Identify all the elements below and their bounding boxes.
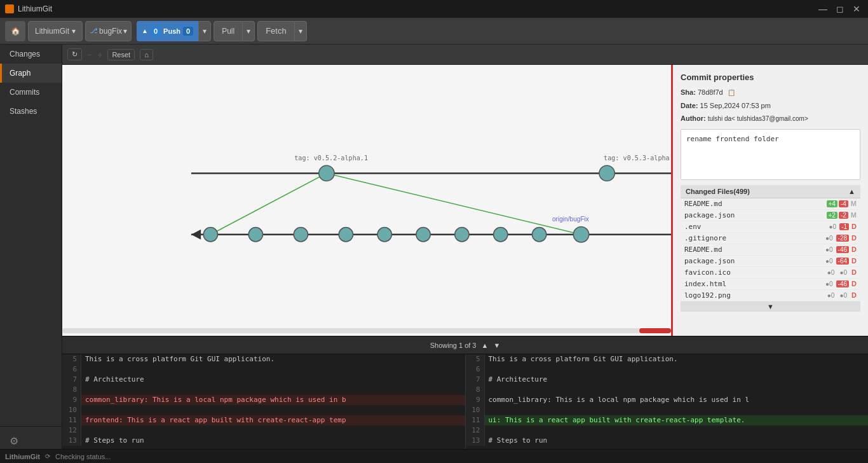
branch-selector[interactable]: ⎇ bugFix ▾ [85,21,132,41]
changed-files-section: Changed Files(499) ▲ README.md +4 -4 M p… [681,185,860,312]
fetch-button[interactable]: Fetch [257,21,295,41]
main-layout: Changes Graph Commits Stashes ⚙ LithiumG… [0,45,868,463]
maximize-button[interactable]: ◻ [834,4,846,14]
date-value: 15 Sep,2024 07:53 pm [700,102,771,109]
svg-line-2 [210,173,327,234]
sidebar-item-changes[interactable]: Changes [0,45,62,64]
separator2: + [97,50,102,60]
sidebar-item-graph[interactable]: Graph [0,64,62,83]
fetch-label: Fetch [266,26,287,36]
diff-line: 13 # Steps to run [62,436,465,446]
diff-line: 8 [62,385,465,395]
sidebar-changes-label: Changes [10,50,40,59]
diff-area: Showing 1 of 3 ▲ ▼ 5 This is a cross pla… [62,336,868,463]
copy-sha-icon[interactable]: 📋 [728,89,735,96]
date-label: Date: [681,102,698,109]
status-spinner: ⟳ [45,453,50,460]
file-item[interactable]: package.json +2 -2 M [681,210,860,221]
refresh-button[interactable]: ↻ [67,48,82,60]
minimize-button[interactable]: — [816,4,830,14]
home-graph-button[interactable]: ⌂ [140,49,153,60]
svg-text:tag: v0.5.2-alpha.1: tag: v0.5.2-alpha.1 [294,155,368,162]
home-button[interactable]: 🏠 [5,21,25,41]
push-up-count: 0 [151,27,161,36]
files-scroll-down[interactable]: ▼ [681,301,860,312]
status-text: Checking status... [55,453,111,460]
repo-name: LithiumGit [35,27,69,36]
window-controls: — ◻ ✕ [816,4,863,14]
branch-dropdown-icon: ▾ [123,27,127,36]
push-icon: ▲ [142,27,148,34]
diff-line: 5 This is a cross platform Git GUI appli… [466,354,869,364]
push-label: Push [163,27,180,35]
svg-point-15 [494,228,508,242]
commit-date-row: Date: 15 Sep,2024 07:53 pm [681,100,860,111]
file-item[interactable]: .env ●0 -1 D [681,221,860,233]
svg-point-9 [248,228,262,242]
settings-icon[interactable]: ⚙ [5,432,23,450]
diff-line: 10 [466,405,869,415]
file-item[interactable]: logo192.png ●0 ●0 D [681,290,860,301]
reset-label: Reset [112,51,130,59]
diff-line: 6 [62,364,465,375]
repo-selector[interactable]: LithiumGit ▾ [28,21,83,41]
reset-button[interactable]: Reset [107,49,135,60]
file-item[interactable]: README.md +4 -4 M [681,198,860,210]
diff-up-arrow[interactable]: ▲ [482,342,489,349]
svg-point-5 [319,165,334,181]
app-title: LithiumGit [5,4,52,13]
diff-down-arrow[interactable]: ▼ [493,342,500,349]
svg-point-12 [377,228,391,242]
diff-line: 7 # Architecture [62,375,465,385]
svg-point-8 [203,228,217,242]
svg-point-6 [599,165,614,181]
commit-message: rename frontend folder [681,129,860,180]
diff-line: 11 ui: This is a react app built with cr… [466,415,869,425]
home-graph-icon: ⌂ [144,51,149,59]
diff-line: 5 This is a cross platform Git GUI appli… [62,354,465,364]
diff-line: 7 # Architecture [466,375,869,385]
author-label: Author: [681,114,706,122]
diff-right-pane[interactable]: 5 This is a cross platform Git GUI appli… [466,354,869,463]
diff-header: Showing 1 of 3 ▲ ▼ [62,336,868,354]
file-item[interactable]: .gitignore ●0 -28 D [681,233,860,244]
statusbar: LithiumGit ⟳ Checking status... [0,449,868,463]
svg-point-11 [339,228,353,242]
close-button[interactable]: ✕ [850,4,863,14]
commit-panel-title: Commit properties [681,73,860,82]
file-item[interactable]: favicon.ico ●0 ●0 D [681,267,860,279]
diff-line: 10 [62,405,465,415]
pull-button[interactable]: Pull [214,21,243,41]
file-item[interactable]: package.json ●0 -64 D [681,256,860,267]
diff-line: 6 [466,364,869,375]
commit-panel: Commit properties Sha: 78d8f7d 📋 Date: 1… [671,65,868,336]
sidebar-item-stashes[interactable]: Stashes [0,102,62,121]
svg-point-10 [294,228,308,242]
file-item[interactable]: README.md ●0 -46 D [681,244,860,256]
sidebar-stashes-label: Stashes [10,107,37,116]
files-list: README.md +4 -4 M package.json +2 -2 M .… [681,198,860,301]
repo-dropdown-icon: ▾ [72,27,76,36]
file-item[interactable]: index.html ●0 -46 D [681,279,860,290]
commit-author-row: Author: tulshi da< tulshidas37@gmail.com… [681,113,860,124]
app-name-status: LithiumGit [5,453,40,460]
toolbar: 🏠 LithiumGit ▾ ⎇ bugFix ▾ ▲ 0 Push 0 ▾ P… [0,18,868,45]
pull-dropdown[interactable]: ▾ [243,21,255,41]
app-icon [5,4,14,13]
graph-scrollbar[interactable] [62,328,671,333]
sha-value: 78d8f7d [698,88,723,96]
svg-point-17 [573,227,588,242]
diff-line: 13 # Steps to run [466,436,869,446]
push-dropdown[interactable]: ▾ [198,21,211,41]
push-button[interactable]: ▲ 0 Push 0 [137,21,198,41]
diff-left-pane[interactable]: 5 This is a cross platform Git GUI appli… [62,354,466,463]
content-area: ↻ − + Reset ⌂ [62,45,868,463]
diff-content: 5 This is a cross platform Git GUI appli… [62,354,868,463]
files-scroll-up[interactable]: ▲ [848,188,855,195]
fetch-dropdown[interactable]: ▾ [295,21,307,41]
sidebar-item-commits[interactable]: Commits [0,83,62,102]
svg-marker-23 [191,230,201,240]
diff-line: 11 frontend: This is a react app built w… [62,415,465,425]
sidebar-nav: Changes Graph Commits Stashes [0,45,62,121]
diff-showing-text: Showing 1 of 3 [430,342,477,349]
